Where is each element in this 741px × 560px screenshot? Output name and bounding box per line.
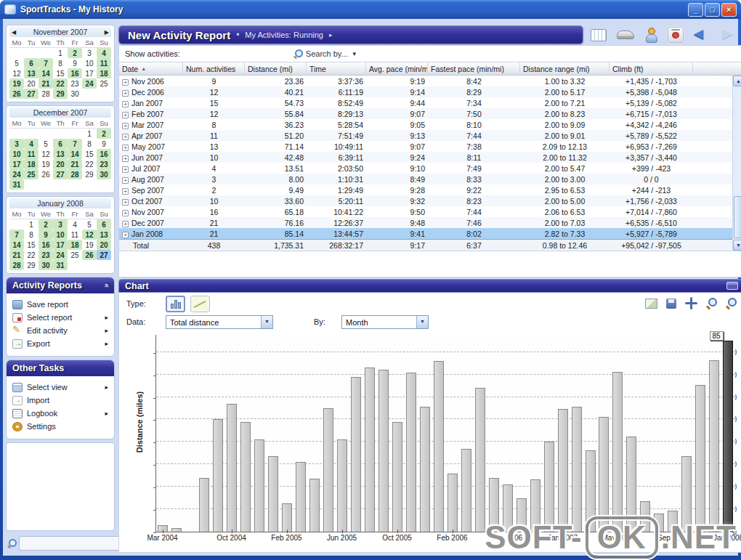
- expand-icon[interactable]: +: [122, 134, 129, 140]
- calendar-day[interactable]: 18: [97, 68, 111, 78]
- bar-month[interactable]: [572, 407, 582, 532]
- bar-month[interactable]: [254, 439, 264, 532]
- calendar-day[interactable]: 12: [39, 149, 53, 159]
- task-item-edit-activity[interactable]: Edit activity▸: [11, 324, 111, 337]
- calendar-day[interactable]: 21: [9, 250, 24, 260]
- calendar-day[interactable]: 20: [97, 240, 111, 250]
- maximize-button[interactable]: □: [705, 3, 720, 17]
- save-chart-icon[interactable]: [666, 299, 676, 309]
- calendar-day[interactable]: 14: [68, 149, 82, 159]
- calendar-day[interactable]: 10: [82, 58, 97, 68]
- expand-icon[interactable]: +: [122, 210, 129, 216]
- calendar-day[interactable]: 2: [68, 48, 82, 58]
- zoom-in-icon[interactable]: [726, 298, 737, 309]
- zoom-out-icon[interactable]: [706, 298, 717, 309]
- calendar-day[interactable]: 19: [82, 240, 97, 250]
- bar-month[interactable]: [709, 360, 719, 532]
- expand-icon[interactable]: +: [122, 145, 129, 151]
- activity-reports-header[interactable]: Activity Reports »: [7, 277, 114, 293]
- calendar-day[interactable]: 15: [53, 68, 68, 78]
- bar-month[interactable]: [406, 373, 416, 532]
- calendar-day[interactable]: 24: [53, 250, 68, 260]
- expand-icon[interactable]: +: [122, 188, 129, 195]
- table-row[interactable]: +May 20071371.1410:49:119:077:382.09 to …: [119, 141, 732, 152]
- calendar-day[interactable]: 15: [82, 149, 97, 159]
- calendar-day[interactable]: 30: [68, 89, 82, 99]
- scroll-up-icon[interactable]: ▲: [733, 76, 741, 86]
- column-header-num-activities[interactable]: Num. activities: [183, 62, 245, 75]
- search-input[interactable]: [19, 536, 129, 551]
- calendar-day[interactable]: 25: [68, 250, 82, 260]
- calendar-prev-icon[interactable]: ◀: [12, 29, 16, 36]
- calendar-day[interactable]: 20: [53, 159, 68, 169]
- report-subtitle[interactable]: My Activities: Running: [245, 31, 323, 39]
- calendar-day[interactable]: 4: [97, 48, 111, 58]
- calendar-day[interactable]: 7: [39, 58, 53, 68]
- expand-icon[interactable]: +: [122, 155, 129, 162]
- calendar-day[interactable]: 9: [68, 58, 82, 68]
- calendar-day[interactable]: 30: [97, 169, 111, 179]
- column-header-distance-mi[interactable]: Distance (mi): [245, 62, 307, 75]
- expand-icon[interactable]: +: [122, 79, 129, 86]
- table-row[interactable]: +Sep 200729.491:29:499:289:222.95 to 6.5…: [119, 184, 732, 195]
- calendar-day[interactable]: 9: [97, 139, 111, 149]
- expand-icon[interactable]: +: [122, 177, 129, 184]
- record-icon[interactable]: [668, 27, 684, 43]
- shoe-icon[interactable]: [617, 31, 634, 39]
- calendar-day[interactable]: 2: [39, 219, 53, 230]
- bar-month[interactable]: [612, 372, 623, 532]
- calendar-day[interactable]: 18: [24, 159, 39, 169]
- calendar-day[interactable]: 30: [39, 260, 53, 270]
- forward-icon[interactable]: [721, 28, 739, 41]
- table-row[interactable]: +Dec 20061240.216:11:199:148:292.00 to 5…: [119, 86, 732, 97]
- calendar-day[interactable]: 25: [24, 169, 39, 179]
- bar-month[interactable]: [434, 361, 444, 532]
- calendar-day[interactable]: 16: [68, 68, 82, 78]
- calendar-day[interactable]: 11: [97, 58, 111, 68]
- calendar-day[interactable]: 14: [9, 240, 24, 250]
- calendar-day[interactable]: 26: [9, 89, 24, 99]
- calendar-icon[interactable]: [591, 29, 607, 41]
- bar-month[interactable]: [378, 370, 389, 532]
- bar-month[interactable]: [323, 408, 333, 532]
- calendar-day[interactable]: 13: [97, 230, 111, 240]
- column-header-climb-ft[interactable]: Climb (ft): [610, 62, 693, 75]
- expand-icon[interactable]: +: [122, 90, 129, 97]
- calendar-day[interactable]: 4: [68, 219, 82, 230]
- bar-month[interactable]: [282, 503, 292, 532]
- bar-month[interactable]: [309, 479, 320, 532]
- column-header-avg-pace-min-mi[interactable]: Avg. pace (min/mi): [366, 62, 428, 75]
- chevron-down-icon[interactable]: ▼: [416, 316, 428, 328]
- calendar-day[interactable]: 6: [97, 219, 111, 230]
- expand-icon[interactable]: +: [122, 166, 129, 173]
- calendar-day[interactable]: 18: [68, 240, 82, 250]
- calendar-day[interactable]: 1: [53, 48, 68, 58]
- table-row[interactable]: +Nov 20071665.1810:41:229:507:442.06 to …: [119, 206, 732, 217]
- calendar-day[interactable]: 24: [82, 78, 97, 89]
- table-row[interactable]: +Feb 20071255.848:29:139:077:502.00 to 8…: [119, 108, 732, 119]
- column-header-fastest-pace-min-mi[interactable]: Fastest pace (min/mi): [428, 62, 520, 75]
- bar-month[interactable]: [296, 462, 306, 532]
- bar-chart-type-button[interactable]: [166, 296, 185, 312]
- calendar-day[interactable]: 28: [9, 260, 24, 270]
- task-item-settings[interactable]: Settings: [11, 420, 111, 433]
- calendar-day[interactable]: 1: [82, 129, 97, 139]
- athlete-icon[interactable]: [644, 28, 657, 42]
- bar-month[interactable]: [227, 404, 237, 532]
- calendar-next-icon[interactable]: ▶: [105, 29, 109, 36]
- calendar-day[interactable]: 17: [82, 68, 97, 78]
- collapse-panel-icon[interactable]: »: [102, 283, 110, 288]
- calendar-day[interactable]: 8: [53, 58, 68, 68]
- expand-icon[interactable]: +: [122, 199, 129, 206]
- calendar-day[interactable]: 15: [24, 240, 39, 250]
- bar-month[interactable]: [351, 377, 361, 532]
- calendar-day[interactable]: 5: [39, 139, 53, 149]
- calendar-day[interactable]: 16: [97, 149, 111, 159]
- task-item-logbook[interactable]: Logbook▸: [11, 407, 111, 420]
- bar-month[interactable]: [420, 407, 430, 532]
- column-header-time[interactable]: Time: [307, 62, 366, 75]
- calendar-day[interactable]: 6: [24, 58, 39, 68]
- column-header-distance-range-mi[interactable]: Distance range (mi): [520, 62, 610, 75]
- calendar-day[interactable]: 3: [53, 219, 68, 230]
- calendar-day[interactable]: 7: [9, 230, 24, 240]
